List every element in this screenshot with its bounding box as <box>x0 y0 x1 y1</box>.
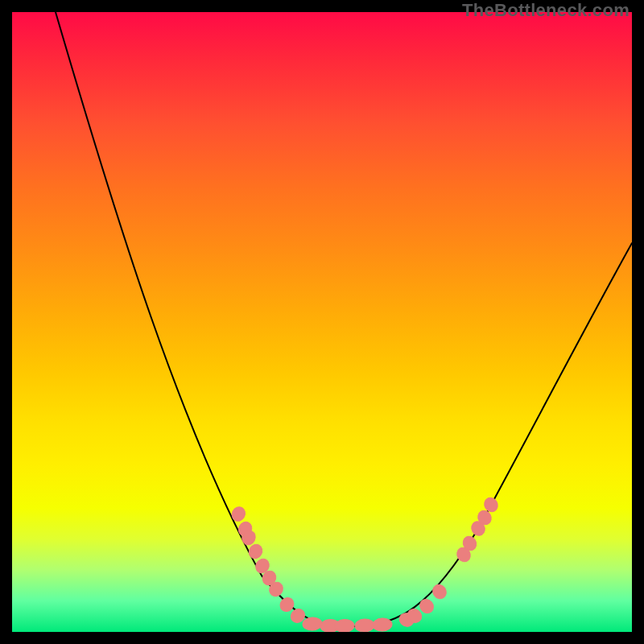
plot-area <box>12 12 632 632</box>
chart-svg <box>12 12 632 632</box>
curve-line <box>56 12 632 626</box>
watermark-text: TheBottleneck.com <box>462 0 630 21</box>
svg-point-0 <box>229 505 247 523</box>
svg-point-12 <box>355 618 375 632</box>
svg-point-13 <box>373 617 393 631</box>
svg-point-17 <box>430 582 448 601</box>
chart-frame: TheBottleneck.com <box>0 0 644 644</box>
curve-markers <box>229 495 500 632</box>
svg-point-9 <box>303 617 323 630</box>
svg-point-11 <box>335 619 355 632</box>
